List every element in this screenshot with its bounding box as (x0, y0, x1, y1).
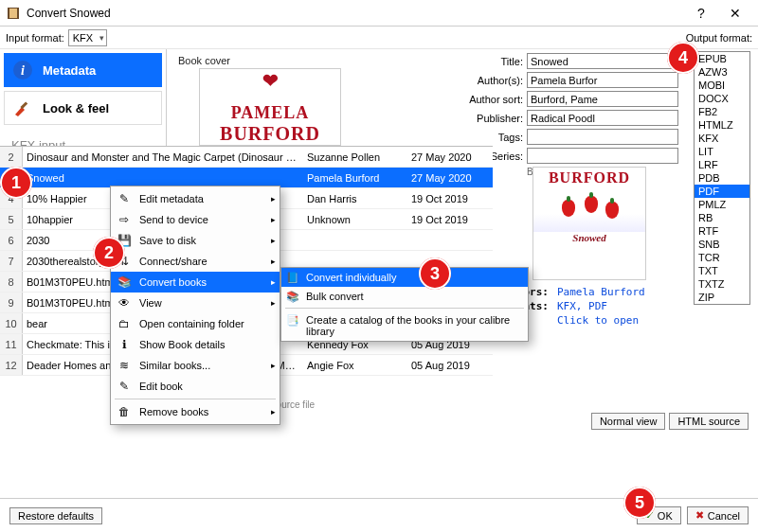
title-label: Title: (442, 56, 523, 67)
row-author: Angie Fox (303, 360, 407, 371)
row-index: 5 (0, 209, 23, 229)
output-format-option-tcr[interactable]: TCR (695, 251, 749, 264)
menu-icon: 📚 (117, 275, 132, 290)
output-format-option-pdb[interactable]: PDB (695, 171, 749, 185)
svg-rect-1 (9, 9, 17, 18)
menu-icon: 👁 (117, 295, 132, 310)
authors-field[interactable] (527, 72, 678, 88)
output-format-option-docx[interactable]: DOCX (695, 92, 749, 105)
submenu-item[interactable]: 📑Create a catalog of the books in your c… (281, 310, 528, 341)
window-title: Convert Snowed (27, 7, 684, 20)
menu-item[interactable]: ≋Similar books... (111, 355, 280, 376)
menu-icon: ✎ (117, 191, 132, 206)
html-source-button[interactable]: HTML source (669, 413, 749, 430)
output-format-dropdown[interactable]: EPUBAZW3MOBIDOCXFB2HTMLZKFXLITLRFPDBPDFP… (694, 51, 750, 305)
normal-view-button[interactable]: Normal view (591, 413, 666, 430)
series-field[interactable] (527, 148, 678, 164)
cover-thumbnail[interactable]: BURFORD Snowed (532, 167, 646, 280)
menu-icon: 🗑 (117, 404, 132, 419)
submenu-item[interactable]: 📘Convert individually (281, 268, 528, 287)
publisher-field[interactable] (527, 110, 678, 126)
row-index: 10 (0, 313, 23, 333)
row-title: Snowed (23, 172, 303, 184)
toolbar: Input format: KFX Output format: (0, 27, 758, 49)
output-format-option-htmlz[interactable]: HTMLZ (695, 118, 749, 132)
output-format-option-txtz[interactable]: TXTZ (695, 277, 749, 291)
output-format-option-lrf[interactable]: LRF (695, 158, 749, 171)
close-button[interactable]: ✕ (718, 6, 752, 21)
row-date: 19 Oct 2019 (407, 193, 493, 204)
cancel-icon: ✖ (695, 509, 704, 522)
row-date: 05 Aug 2019 (407, 360, 493, 371)
output-format-option-fb2[interactable]: FB2 (695, 105, 749, 118)
annotation-2: 2 (93, 237, 125, 269)
output-format-option-snb[interactable]: SNB (695, 238, 749, 251)
row-date: 27 May 2020 (407, 172, 493, 184)
menu-item[interactable]: ✎Edit book (111, 376, 280, 397)
menu-icon: ≋ (117, 358, 132, 373)
row-author: Pamela Burford (303, 172, 407, 184)
annotation-3: 3 (419, 257, 451, 290)
submenu-icon: 📑 (285, 314, 300, 327)
output-format-option-azw3[interactable]: AZW3 (695, 65, 749, 79)
annotation-4: 4 (667, 42, 699, 74)
menu-icon: 🗀 (117, 316, 132, 331)
menu-item[interactable]: ⇨Send to device (111, 209, 280, 230)
title-field[interactable] (527, 53, 678, 69)
output-format-option-zip[interactable]: ZIP (695, 291, 749, 304)
menu-item[interactable]: 👁View (111, 293, 280, 313)
convert-submenu[interactable]: 📘Convert individually📚Bulk convert📑Creat… (280, 267, 529, 342)
menu-item[interactable]: 💾Save to disk (111, 230, 280, 251)
menu-item[interactable]: 🗑Remove books (111, 401, 280, 422)
menu-item[interactable]: ℹShow Book details (111, 334, 280, 355)
help-button[interactable]: ? (684, 6, 718, 21)
context-menu[interactable]: ✎Edit metadata⇨Send to device💾Save to di… (110, 186, 280, 425)
row-author: Dan Harris (303, 193, 407, 204)
output-format-option-mobi[interactable]: MOBI (695, 79, 749, 92)
menu-icon: ℹ (117, 337, 132, 352)
authorsort-field[interactable] (527, 91, 678, 107)
output-format-option-epub[interactable]: EPUB (695, 52, 749, 65)
row-index: 6 (0, 230, 23, 250)
row-index: 11 (0, 334, 23, 354)
row-author: Unknown (303, 214, 407, 225)
details-authors: Pamela Burford (557, 286, 645, 298)
output-format-option-txt[interactable]: TXT (695, 264, 749, 277)
table-row[interactable]: 2Dinosaur and Monster and The Magic Carp… (0, 147, 493, 168)
output-format-option-pmlz[interactable]: PMLZ (695, 198, 749, 211)
restore-defaults-button[interactable]: Restore defaults (9, 507, 102, 524)
tags-field[interactable] (527, 129, 678, 145)
menu-icon: ⇨ (117, 212, 132, 227)
row-title: Dinosaur and Monster and The Magic Carpe… (23, 151, 303, 163)
row-date: 27 May 2020 (407, 151, 493, 163)
details-path-link[interactable]: Click to open (557, 314, 639, 327)
output-format-option-kfx[interactable]: KFX (695, 132, 749, 145)
row-index: 12 (0, 355, 23, 375)
output-format-option-rb[interactable]: RB (695, 211, 749, 224)
tab-look-feel[interactable]: Look & feel (4, 91, 162, 125)
submenu-icon: 📘 (285, 272, 300, 284)
row-index: 8 (0, 272, 23, 292)
tab-metadata[interactable]: i Metadata (4, 53, 162, 87)
book-cover[interactable]: ❤ PAMELA BURFORD (199, 68, 341, 146)
menu-item[interactable]: ✎Edit metadata (111, 188, 280, 209)
output-format-label: Output format: (686, 32, 752, 44)
cancel-button[interactable]: ✖Cancel (687, 506, 749, 524)
brush-icon (12, 98, 33, 118)
publisher-label: Publisher: (442, 113, 523, 124)
input-format-select[interactable]: KFX (68, 29, 107, 46)
submenu-icon: 📚 (285, 291, 300, 303)
menu-item[interactable]: 📚Convert books (111, 272, 280, 293)
menu-item[interactable]: 🗀Open containing folder (111, 313, 280, 334)
row-index: 2 (0, 147, 23, 167)
input-format-label: Input format: (6, 32, 64, 44)
tags-label: Tags: (442, 132, 523, 143)
output-format-option-lit[interactable]: LIT (695, 145, 749, 158)
output-format-option-pdf[interactable]: PDF (695, 185, 749, 198)
app-icon (6, 6, 21, 21)
submenu-item[interactable]: 📚Bulk convert (281, 287, 528, 306)
info-icon: i (12, 60, 33, 80)
svg-text:i: i (21, 63, 25, 78)
output-format-option-rtf[interactable]: RTF (695, 224, 749, 238)
menu-item[interactable]: ⇅Connect/share (111, 251, 280, 272)
